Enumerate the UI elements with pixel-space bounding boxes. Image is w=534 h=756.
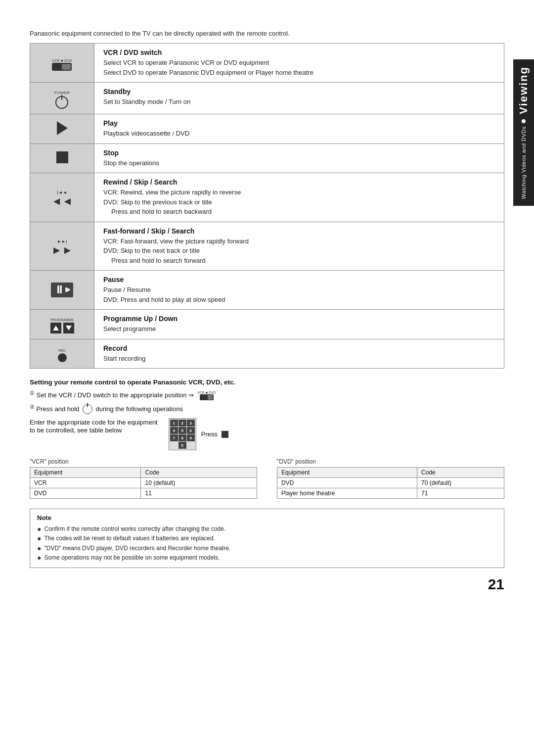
numpad-area: 1 2 3 4 5 6 7 8 9 0 Press bbox=[167, 418, 229, 450]
table-row: |◄◄ ◄◄ Rewind / Skip / Search VCR: Rewin… bbox=[30, 173, 504, 222]
pause-icon: ⏸▶ bbox=[51, 283, 73, 297]
programme-desc: Programme Up / Down Select programme bbox=[94, 310, 504, 339]
dvd-code-table: Equipment Code DVD 70 (default) Player h… bbox=[277, 467, 504, 499]
table-row: PROGRAMME Programme Up / Down Select pro… bbox=[30, 310, 504, 339]
stop-icon bbox=[56, 151, 68, 163]
stop-icon-cell bbox=[30, 143, 94, 173]
rewind-title: Rewind / Skip / Search bbox=[103, 178, 495, 186]
numpad: 1 2 3 4 5 6 7 8 9 0 bbox=[169, 418, 196, 450]
pause-title: Pause bbox=[103, 276, 495, 284]
note-list: ● Confirm if the remote control works co… bbox=[37, 524, 497, 563]
stop-title: Stop bbox=[103, 149, 495, 157]
programme-body: Select programme bbox=[103, 325, 156, 332]
record-desc: Record Start recording bbox=[94, 339, 504, 369]
table-row: ►►| ►► Fast-forward / Skip / Search VCR:… bbox=[30, 222, 504, 271]
pause-icon-cell: ⏸▶ bbox=[30, 271, 94, 310]
intro-text: Panasonic equipment connected to the TV … bbox=[30, 30, 504, 37]
standby-icon: POWER bbox=[54, 91, 70, 109]
vcr-col-equipment: Equipment bbox=[30, 468, 141, 478]
stop-desc: Stop Stop the operations bbox=[94, 143, 504, 173]
table-row: Stop Stop the operations bbox=[30, 143, 504, 173]
dvd-table-section: "DVD" position Equipment Code DVD 70 (de… bbox=[277, 458, 504, 499]
programme-title: Programme Up / Down bbox=[103, 315, 495, 323]
list-item: ● Confirm if the remote control works co… bbox=[37, 524, 497, 534]
programme-icon: PROGRAMME bbox=[50, 318, 74, 333]
table-row: POWER Standby Set to Standby mode / Turn… bbox=[30, 83, 504, 114]
setting-section: Setting your remote control to operate P… bbox=[30, 378, 504, 499]
note-section: Note ● Confirm if the remote control wor… bbox=[30, 509, 504, 568]
vcr-dvd-switch-desc: VCR / DVD switch Select VCR to operate P… bbox=[94, 44, 504, 83]
standby-desc: Standby Set to Standby mode / Turn on bbox=[94, 83, 504, 114]
play-title: Play bbox=[103, 119, 495, 127]
play-icon-cell bbox=[30, 114, 94, 144]
sidebar-subtitle: Watching Videos and DVDs bbox=[520, 126, 527, 199]
table-row: DVD 11 bbox=[30, 488, 257, 499]
step1: ① Set the VCR / DVD switch to the approp… bbox=[30, 390, 504, 400]
table-row: VCR 10 (default) bbox=[30, 478, 257, 488]
dvd-col-equipment: Equipment bbox=[277, 468, 417, 478]
standby-icon-cell: POWER bbox=[30, 83, 94, 114]
table-row: ⏸▶ Pause Pause / Resume DVD: Press and h… bbox=[30, 271, 504, 310]
vcr-col-code: Code bbox=[141, 468, 257, 478]
svg-marker-1 bbox=[66, 326, 72, 331]
step2: ② Press and hold during the following op… bbox=[30, 403, 504, 414]
dvd-table-title: "DVD" position bbox=[277, 458, 504, 465]
pause-body: Pause / Resume DVD: Press and hold to pl… bbox=[103, 286, 225, 303]
step3-text: Enter the appropriate code for the equip… bbox=[30, 418, 158, 434]
vcr-table-title: "VCR" position bbox=[30, 458, 257, 465]
controls-table: VCR ■ DVD VCR / DVD switch Select VCR to… bbox=[30, 43, 504, 369]
table-row: REC Record Start recording bbox=[30, 339, 504, 369]
right-sidebar: Viewing Watching Videos and DVDs bbox=[513, 59, 534, 206]
list-item: ● "DVD" means DVD player, DVD recorders … bbox=[37, 544, 497, 553]
record-icon-cell: REC bbox=[30, 339, 94, 369]
setting-title: Setting your remote control to operate P… bbox=[30, 378, 504, 386]
ffwd-desc: Fast-forward / Skip / Search VCR: Fast-f… bbox=[94, 222, 504, 271]
vcr-dvd-switch-body: Select VCR to operate Panasonic VCR or D… bbox=[103, 59, 313, 76]
sidebar-dot bbox=[522, 119, 526, 123]
page-number: 21 bbox=[488, 576, 504, 593]
codes-wrapper: "VCR" position Equipment Code VCR 10 (de… bbox=[30, 458, 504, 499]
svg-marker-0 bbox=[53, 326, 59, 331]
rewind-icon: |◄◄ ◄◄ bbox=[51, 190, 73, 207]
record-body: Start recording bbox=[103, 355, 145, 362]
page-wrapper: Panasonic equipment connected to the TV … bbox=[0, 0, 534, 608]
ffwd-body: VCR: Fast-forward, view the picture rapi… bbox=[103, 237, 495, 266]
note-title: Note bbox=[37, 514, 497, 521]
table-row: Player home theatre 71 bbox=[277, 488, 504, 499]
record-title: Record bbox=[103, 344, 495, 352]
programme-icon-cell: PROGRAMME bbox=[30, 310, 94, 339]
stop-press-icon bbox=[222, 431, 228, 438]
standby-body: Set to Standby mode / Turn on bbox=[103, 98, 190, 105]
vcr-table-section: "VCR" position Equipment Code VCR 10 (de… bbox=[30, 458, 257, 499]
dvd-col-code: Code bbox=[417, 468, 504, 478]
play-body: Playback videocassette / DVD bbox=[103, 130, 189, 137]
stop-body: Stop the operations bbox=[103, 159, 159, 167]
fast-forward-icon: ►►| ►► bbox=[51, 239, 73, 256]
play-desc: Play Playback videocassette / DVD bbox=[94, 114, 504, 144]
pause-desc: Pause Pause / Resume DVD: Press and hold… bbox=[94, 271, 504, 310]
vcr-dvd-switch-icon-cell: VCR ■ DVD bbox=[30, 44, 94, 83]
play-icon bbox=[57, 121, 68, 135]
standby-title: Standby bbox=[103, 88, 495, 95]
ffwd-icon-cell: ►►| ►► bbox=[30, 222, 94, 271]
vcr-code-table: Equipment Code VCR 10 (default) DVD 11 bbox=[30, 467, 257, 499]
record-icon: REC bbox=[58, 349, 67, 362]
rewind-icon-cell: |◄◄ ◄◄ bbox=[30, 173, 94, 222]
ffwd-title: Fast-forward / Skip / Search bbox=[103, 227, 495, 235]
vcr-dvd-switch-title: VCR / DVD switch bbox=[103, 48, 495, 56]
table-row: VCR ■ DVD VCR / DVD switch Select VCR to… bbox=[30, 44, 504, 83]
table-row: DVD 70 (default) bbox=[277, 478, 504, 488]
press-label: Press bbox=[201, 430, 218, 438]
sidebar-title: Viewing bbox=[517, 66, 530, 114]
list-item: ● The codes will be reset to default val… bbox=[37, 534, 497, 543]
rewind-desc: Rewind / Skip / Search VCR: Rewind, view… bbox=[94, 173, 504, 222]
vcr-dvd-switch-icon: VCR ■ DVD bbox=[52, 59, 72, 71]
rewind-body: VCR: Rewind, view the picture rapidly in… bbox=[103, 189, 495, 217]
table-row: Play Playback videocassette / DVD bbox=[30, 114, 504, 144]
list-item: ● Some operations may not be possible on… bbox=[37, 553, 497, 563]
step3-container: Enter the appropriate code for the equip… bbox=[30, 418, 504, 450]
